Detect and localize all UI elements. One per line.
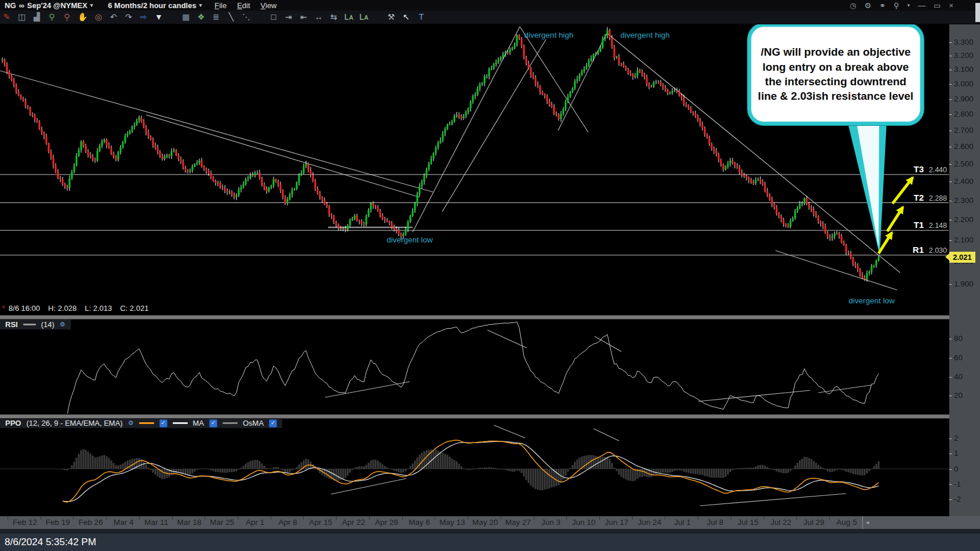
candle-chart-icon[interactable]: ◫ (17, 11, 26, 23)
timeframe-label: 6 Months/2 hour candles (108, 1, 196, 10)
level-label: R1 (913, 245, 924, 255)
drawing-toolbar: ✎◫▟⚲⚲✋◎↶↷⇨▼▦❖≣╲⋱□⇥⇤↔⇆ᏞᴀᏞᴀ⚒↖T (0, 10, 980, 24)
bar-chart-icon[interactable]: ▟ (32, 11, 41, 23)
menu-view[interactable]: View (261, 1, 277, 10)
maximize-icon[interactable]: ▭ (934, 1, 941, 10)
level-value: 2.288 (929, 194, 947, 202)
zoom-out-icon[interactable]: ⚲ (63, 11, 71, 23)
level-label: T3 (913, 164, 924, 174)
draw-triangle-icon[interactable]: ▼ (154, 11, 163, 23)
ohlc-date: 8/6 16:00 (9, 304, 40, 313)
ppo-osma-label: OsMA (243, 419, 264, 427)
timeframe-caret-icon: ▾ (199, 2, 202, 8)
ppo-osma-checkbox[interactable]: ✓ (269, 419, 277, 427)
rsi-line-swatch (23, 324, 36, 325)
callout-annotation[interactable]: /NG will provide an objective long entry… (748, 23, 924, 125)
rsi-period: (14) (41, 320, 54, 329)
redo-icon[interactable]: ↷ (124, 11, 133, 23)
symbol-selector[interactable]: NG ∞ Sep'24 @NYMEX ▾ (0, 1, 93, 10)
extend-left-icon[interactable]: ⇤ (299, 11, 308, 23)
minimize-icon[interactable]: — (918, 1, 926, 10)
flag-arrow-icon[interactable]: ⇨ (139, 11, 148, 23)
edit-chart-icon[interactable]: ✎ (2, 11, 11, 23)
gear-icon[interactable]: ⚙ (864, 1, 871, 10)
strategy-icon[interactable]: ❖ (196, 11, 205, 23)
callout-text: /NG will provide an objective long entry… (757, 45, 915, 104)
ohlc-close: C: 2.021 (120, 304, 148, 313)
h-collapse-icon[interactable]: ⇆ (329, 11, 338, 23)
panel-divider-rsi[interactable] (0, 315, 949, 320)
ppo-line-swatch (139, 422, 154, 424)
ppo-line-checkbox[interactable]: ✓ (159, 419, 167, 427)
caret-down-icon[interactable]: ▾ (908, 2, 910, 8)
chart-application-window: NG ∞ Sep'24 @NYMEX ▾ 6 Months/2 hour can… (0, 0, 980, 551)
label-b-icon[interactable]: Ꮮᴀ (359, 11, 368, 23)
pan-hand-icon[interactable]: ✋ (78, 11, 88, 23)
title-bar: NG ∞ Sep'24 @NYMEX ▾ 6 Months/2 hour can… (0, 0, 980, 10)
history-clock-icon[interactable]: ◷ (850, 1, 856, 10)
level-value: 2.148 (929, 222, 947, 230)
text-tool-icon[interactable]: T (417, 11, 425, 23)
level-value: 2.030 (929, 246, 947, 255)
divergence-annotation: divergent low (848, 296, 895, 305)
rectangle-tool-icon[interactable]: □ (269, 11, 278, 23)
parallel-lines-icon[interactable]: ⋱ (242, 11, 250, 23)
linked-chart-icon: ∞ (19, 1, 24, 10)
ohlc-high: H: 2.028 (48, 304, 76, 313)
menu-file[interactable]: File (214, 1, 227, 10)
pin-icon[interactable]: ⚲ (894, 1, 899, 10)
rsi-study-header: RSI (14) ⚙ (0, 320, 71, 329)
status-datetime: 8/6/2024 5:35:42 PM (5, 536, 96, 548)
ppo-ma-checkbox[interactable]: ✓ (209, 419, 217, 427)
current-price-tag: 2.021 (949, 252, 975, 263)
ppo-settings-icon[interactable]: ⚙ (128, 419, 134, 427)
trendline-tool-icon[interactable]: ╲ (227, 11, 235, 23)
undo-icon[interactable]: ↶ (109, 11, 118, 23)
rsi-settings-icon[interactable]: ⚙ (60, 321, 65, 328)
symbol-caret-icon: ▾ (90, 2, 93, 8)
divergence-annotation: divergent high (621, 31, 670, 39)
rsi-title: RSI (5, 320, 18, 329)
divergence-annotation: divergent high (524, 31, 574, 39)
ppo-ma-label: MA (193, 419, 205, 427)
crosshair-icon[interactable]: ◎ (94, 11, 103, 23)
ppo-study-header: PPO (12, 26, 9 - EMA/EMA, EMA) ⚙ ✓ MA ✓ … (0, 418, 282, 428)
window-controls: ◷⚙⚭⚲▾—▭× (850, 1, 980, 10)
close-icon[interactable]: × (949, 1, 953, 10)
ppo-title: PPO (5, 419, 21, 427)
ppo-osma-swatch (223, 422, 238, 424)
zoom-in-icon[interactable]: ⚲ (48, 11, 56, 23)
divergence-annotation: divergent low (387, 235, 433, 244)
grid-study-icon[interactable]: ≣ (212, 11, 220, 23)
cursor-icon[interactable]: ↖ (402, 11, 410, 23)
symbol-label: NG (5, 1, 16, 10)
chart-mode-icon[interactable]: ▦ (181, 11, 190, 23)
wrench-icon[interactable]: ⚒ (387, 11, 395, 23)
contract-label: Sep'24 @NYMEX (27, 1, 88, 10)
level-value: 2.440 (929, 166, 947, 174)
menu-bar: File Edit View (214, 1, 276, 10)
link-icon[interactable]: ⚭ (879, 1, 886, 10)
ohlc-readout: × 8/6 16:00 H: 2.028 L: 2.013 C: 2.021 (2, 304, 148, 313)
extend-right-icon[interactable]: ⇥ (284, 11, 293, 23)
menu-edit[interactable]: Edit (237, 1, 250, 10)
remove-overlay-icon[interactable]: × (2, 304, 5, 313)
ppo-params: (12, 26, 9 - EMA/EMA, EMA) (26, 419, 122, 427)
ppo-ma-swatch (173, 422, 188, 424)
label-a-icon[interactable]: Ꮮᴀ (344, 11, 353, 23)
status-bar: 8/6/2024 5:35:42 PM (0, 534, 980, 551)
adjacent-window-edge (975, 3, 980, 22)
timeframe-selector[interactable]: 6 Months/2 hour candles ▾ (103, 1, 202, 10)
h-expand-icon[interactable]: ↔ (314, 11, 323, 23)
level-label: T1 (913, 220, 924, 230)
level-label: T2 (913, 193, 924, 202)
ohlc-low: L: 2.013 (85, 304, 112, 313)
